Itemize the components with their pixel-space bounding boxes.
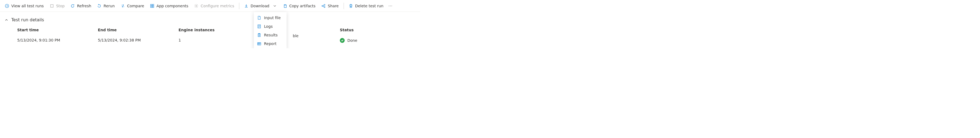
delete-test-run-button[interactable]: Delete test run	[346, 2, 386, 10]
toolbar-separator	[239, 3, 239, 9]
dd-report-label: Report	[264, 42, 277, 46]
svg-rect-3	[153, 4, 154, 6]
download-label: Download	[251, 4, 269, 8]
copy-artifacts-button[interactable]: Copy artifacts	[280, 2, 318, 10]
refresh-button[interactable]: Refresh	[68, 2, 94, 10]
ellipsis-icon	[388, 4, 393, 8]
svg-rect-5	[153, 6, 154, 8]
chevron-down-icon	[273, 4, 277, 8]
toolbar: View all test runs Stop Refresh Rerun Co…	[0, 0, 420, 12]
svg-rect-7	[284, 5, 286, 8]
svg-rect-16	[258, 43, 261, 45]
rerun-icon	[97, 4, 101, 8]
arrow-right-circle-icon	[5, 4, 9, 8]
svg-rect-2	[151, 4, 152, 6]
view-all-test-runs-button[interactable]: View all test runs	[2, 2, 46, 10]
stop-button: Stop	[47, 2, 67, 10]
section-header[interactable]: Test run details	[4, 17, 416, 22]
svg-rect-4	[151, 6, 152, 8]
col-status-label: Status	[340, 28, 420, 32]
file-icon	[257, 16, 261, 20]
share-button[interactable]: Share	[318, 2, 341, 10]
toolbar-separator	[344, 3, 344, 9]
refresh-icon	[70, 4, 75, 8]
configure-metrics-button: Configure metrics	[191, 2, 237, 10]
gear-icon	[194, 4, 199, 8]
results-icon	[257, 33, 261, 37]
copy-icon	[283, 4, 287, 8]
test-run-details-section: Test run details Start time 5/13/2024, 9…	[0, 12, 420, 48]
dd-input-file-label: Input file	[264, 16, 281, 20]
col-engine-instances-label: Engine instances	[178, 28, 259, 32]
grid-icon	[150, 4, 154, 8]
refresh-label: Refresh	[77, 4, 91, 8]
svg-rect-1	[51, 5, 53, 7]
share-label: Share	[328, 4, 339, 8]
col-engine-instances-value: 1	[178, 38, 259, 42]
svg-point-10	[324, 6, 325, 8]
rerun-button[interactable]: Rerun	[94, 2, 117, 10]
svg-point-13	[391, 6, 392, 6]
svg-point-9	[324, 4, 325, 5]
dd-results-label: Results	[264, 33, 278, 37]
col-end-time-label: End time	[98, 28, 178, 32]
details-grid: Start time 5/13/2024, 9:01:30 PM End tim…	[4, 28, 416, 43]
download-results-item[interactable]: Results	[254, 31, 286, 39]
col-start-time-label: Start time	[17, 28, 98, 32]
logs-icon	[257, 24, 261, 29]
trash-icon	[349, 4, 353, 8]
stop-label: Stop	[56, 4, 65, 8]
dd-logs-label: Logs	[264, 24, 273, 29]
checkmark-circle-icon	[340, 38, 345, 43]
col-end-time-value: 5/13/2024, 9:02:38 PM	[98, 38, 178, 42]
compare-icon	[121, 4, 125, 8]
view-all-label: View all test runs	[11, 4, 44, 8]
svg-point-6	[196, 5, 197, 6]
download-button[interactable]: Download	[242, 2, 280, 10]
delete-label: Delete test run	[355, 4, 383, 8]
svg-point-0	[5, 4, 9, 8]
chevron-up-icon	[4, 18, 9, 22]
status-text: Done	[347, 38, 357, 43]
download-input-file-item[interactable]: Input file	[254, 13, 286, 22]
rerun-label: Rerun	[103, 4, 115, 8]
svg-point-8	[322, 5, 323, 6]
col-status-value: Done	[340, 38, 357, 43]
col-start-time-value: 5/13/2024, 9:01:30 PM	[17, 38, 98, 42]
copy-artifacts-label: Copy artifacts	[289, 4, 316, 8]
download-report-item[interactable]: Report	[254, 39, 286, 48]
more-button[interactable]	[387, 2, 394, 10]
configure-metrics-label: Configure metrics	[200, 4, 234, 8]
compare-button[interactable]: Compare	[118, 2, 147, 10]
section-title: Test run details	[11, 17, 44, 22]
compare-label: Compare	[127, 4, 145, 8]
download-logs-item[interactable]: Logs	[254, 22, 286, 31]
download-dropdown: Input file Logs Results Report	[254, 12, 286, 48]
app-components-button[interactable]: App components	[147, 2, 191, 10]
svg-point-12	[390, 6, 391, 6]
svg-point-11	[389, 6, 389, 6]
share-icon	[321, 4, 326, 8]
report-icon	[257, 42, 261, 46]
download-icon	[244, 4, 248, 8]
stop-icon	[50, 4, 54, 8]
app-components-label: App components	[156, 4, 188, 8]
